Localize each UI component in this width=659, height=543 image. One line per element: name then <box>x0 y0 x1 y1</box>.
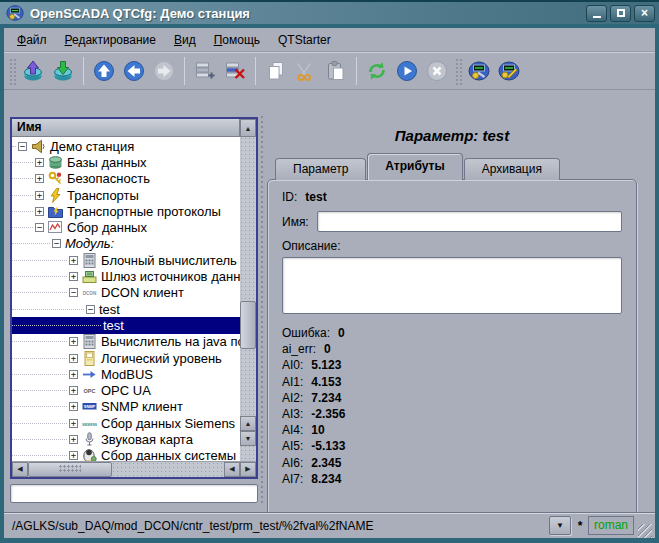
title-bar[interactable]: 22"> OpenSCADA QTCfg: Демо станция × <box>0 0 659 24</box>
tree-item-modbus[interactable]: +ModBUS <box>12 366 240 382</box>
value-text: 8.234 <box>311 472 341 486</box>
expand-icon[interactable]: + <box>69 370 78 379</box>
expand-icon[interactable]: + <box>69 256 78 265</box>
expand-icon[interactable]: + <box>69 419 78 428</box>
refresh-button[interactable] <box>362 56 392 86</box>
maximize-icon <box>617 9 625 17</box>
close-button[interactable]: × <box>634 5 655 22</box>
value-row-ai4: AI4:10 <box>282 422 622 438</box>
siemens-icon: SIEMENS <box>82 416 97 431</box>
tree-item-логический-уровень[interactable]: +Логический уровень <box>12 350 240 366</box>
hscroll-track[interactable] <box>112 462 224 477</box>
collapse-icon[interactable]: − <box>86 305 95 314</box>
detail-pane: Параметр: test ПараметрАтрибутыАрхивация… <box>265 115 651 503</box>
user-badge[interactable]: roman <box>588 516 634 535</box>
value-label: AI6: <box>282 456 303 470</box>
load-from-db-button[interactable] <box>18 56 48 86</box>
tab-параметр[interactable]: Параметр <box>275 158 366 180</box>
tree-item-транспортные-протоколы[interactable]: +Транспортные протоколы <box>12 203 240 219</box>
start-periodic-update-button[interactable] <box>392 56 422 86</box>
collapse-icon[interactable]: − <box>69 288 78 297</box>
maximize-button[interactable] <box>610 5 631 22</box>
collapse-icon[interactable]: − <box>35 223 44 232</box>
attributes-tab-panel: ID: test Имя: Описание: Ошибка:0ai_err:0… <box>267 179 637 528</box>
menu-qtstarter[interactable]: QTStarter <box>269 30 340 50</box>
tree-column-header[interactable]: Имя <box>12 119 240 137</box>
expand-icon[interactable]: + <box>69 451 78 460</box>
toolbar-handle[interactable] <box>8 57 16 85</box>
menu-помощь[interactable]: Помощь <box>205 30 269 50</box>
resize-grip[interactable] <box>638 524 652 538</box>
menu-файл[interactable]: Файл <box>8 30 56 50</box>
splitter-handle[interactable] <box>258 115 265 503</box>
description-textarea[interactable] <box>282 257 622 314</box>
tree-item-opc-ua[interactable]: +OPCOPC UA <box>12 382 240 398</box>
tree-item-безопасность[interactable]: +Безопасность <box>12 171 240 187</box>
tree-item-сбор-данных-системы[interactable]: +Сбор данных системы <box>12 448 240 461</box>
tree-item-test[interactable]: test <box>12 317 240 333</box>
expand-icon[interactable]: + <box>69 337 78 346</box>
go-back-button[interactable] <box>119 56 149 86</box>
hscroll-right-button[interactable]: ▶ <box>240 462 256 477</box>
cut-item-button[interactable] <box>291 56 321 86</box>
qtcfg-starter-button[interactable] <box>464 56 494 86</box>
tree-item-сбор-данных[interactable]: −Сбор данных <box>12 219 240 235</box>
calc-icon <box>82 334 97 349</box>
collapse-icon[interactable]: − <box>52 239 61 248</box>
name-input[interactable] <box>317 211 622 232</box>
expand-icon[interactable]: + <box>35 174 44 183</box>
minimize-button[interactable] <box>586 5 607 22</box>
tree-item-демо-станция[interactable]: −Демо станция <box>12 138 240 154</box>
menu-вид[interactable]: Вид <box>165 30 205 50</box>
tree-vertical-scrollbar[interactable]: ▲ ▼ <box>240 137 256 461</box>
copy-item-button[interactable] <box>261 56 291 86</box>
paste-item-button[interactable] <box>321 56 351 86</box>
tree-item-блочный-вычислитель[interactable]: +Блочный вычислитель <box>12 252 240 268</box>
expand-icon[interactable]: + <box>69 435 78 444</box>
expand-icon[interactable]: + <box>69 354 78 363</box>
tree-item-базы-данных[interactable]: +Базы данных <box>12 154 240 170</box>
tab-архивация[interactable]: Архивация <box>464 158 560 180</box>
hscroll-left-button[interactable]: ◀ <box>12 462 28 477</box>
add-item-button[interactable] <box>190 56 220 86</box>
tree-item-dcon-клиент[interactable]: −DCONDCON клиент <box>12 285 240 301</box>
hscroll-left2-button[interactable]: ◀ <box>224 462 240 477</box>
tree-item-сбор-данных-siemens[interactable]: +SIEMENSСбор данных Siemens <box>12 415 240 431</box>
tree-item-транспорты[interactable]: +Транспорты <box>12 187 240 203</box>
save-to-db-button[interactable] <box>48 56 78 86</box>
tree-item-вычислитель-на-java-по[interactable]: +Вычислитель на java по <box>12 334 240 350</box>
expand-icon[interactable]: + <box>69 386 78 395</box>
delete-item-button[interactable] <box>220 56 250 86</box>
vision-starter-button[interactable] <box>494 56 524 86</box>
hscroll-thumb[interactable] <box>28 462 112 477</box>
go-up-button[interactable] <box>89 56 119 86</box>
expand-icon[interactable]: + <box>35 207 44 216</box>
tree-item-звуковая-карта[interactable]: +Звуковая карта <box>12 431 240 447</box>
tree-filter-input[interactable] <box>10 484 258 503</box>
tree-item-label: Вычислитель на java по <box>101 334 245 349</box>
scroll-up-button[interactable]: ▲ <box>240 119 256 137</box>
arrow-up-icon: ▲ <box>245 420 252 427</box>
toolbar-handle[interactable] <box>454 57 462 85</box>
tab-атрибуты[interactable]: Атрибуты <box>367 153 462 180</box>
tree-item-test[interactable]: −test <box>12 301 240 317</box>
menu-редактирование[interactable]: Редактирование <box>56 30 165 50</box>
svg-text:DCON: DCON <box>83 291 97 296</box>
value-text: 4.153 <box>311 375 341 389</box>
tree-item-snmp-клиент[interactable]: +SNMPSNMP клиент <box>12 399 240 415</box>
expand-icon[interactable]: + <box>35 191 44 200</box>
status-combo-button[interactable]: ▼ <box>549 516 571 535</box>
expand-icon[interactable]: + <box>69 402 78 411</box>
vscroll-down-button[interactable]: ▼ <box>240 431 256 446</box>
tree-item-шлюз-источников-данн[interactable]: +Шлюз источников данн <box>12 268 240 284</box>
tree-horizontal-scrollbar[interactable]: ◀ ◀ ▶ <box>12 461 256 477</box>
value-text: 5.123 <box>311 358 341 372</box>
vscroll-thumb[interactable] <box>240 301 256 349</box>
tree-indent <box>12 374 67 375</box>
vscroll-up-button[interactable]: ▲ <box>240 416 256 431</box>
expand-icon[interactable]: + <box>35 158 44 167</box>
collapse-icon[interactable]: − <box>18 142 27 151</box>
tree-item-модуль-[interactable]: −Модуль: <box>12 236 240 252</box>
expand-icon[interactable]: + <box>69 272 78 281</box>
opcua-icon: OPC <box>82 383 97 398</box>
